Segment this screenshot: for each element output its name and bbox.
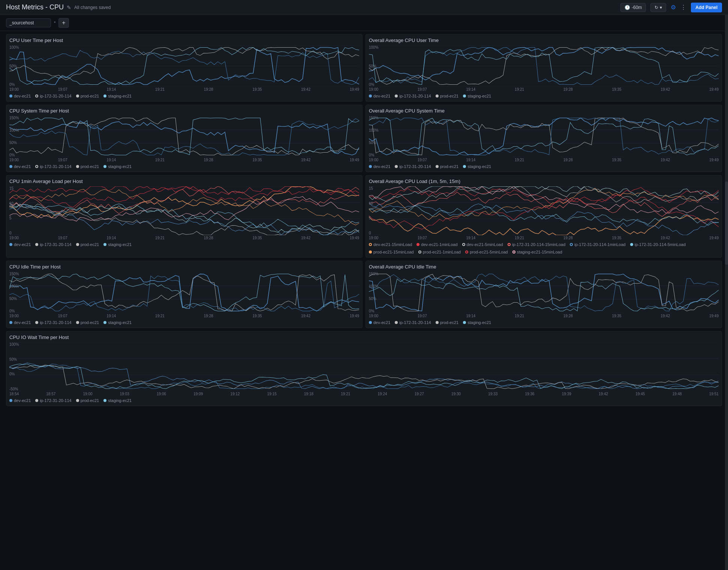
panel-title-cpu-system-time-per-host: CPU System Time per Host — [9, 108, 359, 114]
refresh-button[interactable]: ↻ ▾ — [650, 3, 666, 12]
panel-overall-avg-cpu-idle-time: Overall Average CPU Idle Time150%100%50%… — [365, 261, 722, 328]
add-panel-button[interactable]: Add Panel — [691, 3, 722, 12]
legend-item[interactable]: dev-ec21 — [369, 94, 390, 98]
legend-item[interactable]: dev-ec21 — [369, 164, 390, 169]
legend-cpu-system-time-per-host: dev-ec21ip-172-31-20-114prod-ec21staging… — [9, 164, 359, 169]
legend-item[interactable]: prod-ec21 — [76, 164, 99, 169]
page-title: Host Metrics - CPU — [6, 3, 64, 11]
x-label: 19:49 — [350, 314, 359, 318]
legend-item[interactable]: staging-ec21 — [103, 398, 132, 403]
legend-item[interactable]: staging-ec21 — [103, 164, 132, 169]
legend-item[interactable]: dev-ec21 — [9, 94, 31, 98]
legend-item[interactable]: staging-ec21 — [103, 320, 132, 325]
legend-item[interactable]: prod-ec21 — [76, 398, 99, 403]
legend-color-indicator — [369, 165, 372, 168]
chart-wrapper-cpu-1min-avg-load-per-host[interactable]: 151050 — [9, 186, 359, 235]
legend-item[interactable]: ip-172-31-20-114 — [35, 398, 71, 403]
source-host-filter[interactable] — [6, 18, 51, 27]
chart-wrapper-overall-avg-cpu-load[interactable]: 151050 — [369, 186, 719, 235]
legend-item[interactable]: prod-ec21 — [76, 320, 99, 325]
x-label: 19:42 — [301, 158, 310, 162]
legend-item[interactable]: ip-172-31-20-114-15minLoad — [508, 242, 565, 247]
panel-cpu-1min-avg-load-per-host: CPU 1min Average Load per Host15105019:0… — [6, 175, 363, 258]
legend-label: staging-ec21 — [108, 164, 132, 169]
legend-label: dev-ec21 — [373, 320, 390, 325]
legend-item[interactable]: dev-ec21 — [9, 398, 31, 403]
scrollbar-track[interactable] — [725, 15, 728, 570]
legend-item[interactable]: ip-172-31-20-114 — [395, 164, 431, 169]
x-label: 19:36 — [525, 392, 535, 396]
legend-label: dev-ec21-1minLoad — [421, 242, 457, 247]
legend-item[interactable]: prod-ec21-5minLoad — [465, 250, 508, 254]
chart-wrapper-overall-avg-cpu-system-time[interactable]: 150%100%50%0% — [369, 116, 719, 157]
filter-icon[interactable]: ⚙ — [671, 4, 676, 11]
edit-icon[interactable]: ✎ — [67, 4, 71, 10]
legend-item[interactable]: prod-ec21 — [76, 94, 99, 98]
legend-item[interactable]: staging-ec21 — [463, 164, 491, 169]
legend-label: staging-ec21 — [108, 94, 132, 98]
x-label: 19:42 — [661, 87, 670, 92]
legend-label: dev-ec21 — [14, 242, 31, 247]
legend-label: ip-172-31-20-114 — [40, 398, 71, 403]
x-label: 19:07 — [58, 314, 67, 318]
chart-wrapper-cpu-system-time-per-host[interactable]: 150%100%50%0% — [9, 116, 359, 157]
legend-item[interactable]: dev-ec21 — [9, 320, 31, 325]
legend-item[interactable]: dev-ec21-1minLoad — [416, 242, 457, 247]
legend-item[interactable]: dev-ec21 — [9, 242, 31, 247]
legend-label: prod-ec21 — [81, 320, 99, 325]
legend-item[interactable]: dev-ec21 — [369, 320, 390, 325]
legend-item[interactable]: prod-ec21-1minLoad — [418, 250, 461, 254]
x-label: 19:39 — [562, 392, 571, 396]
legend-label: ip-172-31-20-114 — [399, 320, 431, 325]
time-range-picker[interactable]: 🕐 -60m — [620, 3, 646, 12]
x-labels-cpu-system-time-per-host: 19:0019:0719:1419:2119:2819:3519:4219:49 — [9, 158, 359, 162]
legend-item[interactable]: ip-172-31-20-114-5minLoad — [630, 242, 686, 247]
x-label: 19:35 — [253, 87, 262, 92]
chart-wrapper-overall-avg-cpu-user-time[interactable]: 100%50%0% — [369, 45, 719, 87]
scrollbar-thumb[interactable] — [725, 182, 728, 265]
legend-item[interactable]: prod-ec21 — [436, 94, 459, 98]
x-label: 19:07 — [418, 158, 427, 162]
chart-wrapper-cpu-io-wait-time-per-host[interactable]: 100%50%0%-50% — [9, 342, 719, 391]
legend-item[interactable]: staging-ec21 — [103, 94, 132, 98]
legend-label: ip-172-31-20-114-15minLoad — [512, 242, 565, 247]
legend-item[interactable]: ip-172-31-20-114 — [35, 242, 71, 247]
add-filter-button[interactable]: + — [58, 18, 69, 28]
legend-color-indicator — [416, 243, 419, 246]
legend-item[interactable]: ip-172-31-20-114 — [35, 94, 71, 98]
x-labels-overall-avg-cpu-idle-time: 19:0019:0719:1419:2119:2819:3519:4219:49 — [369, 314, 719, 318]
legend-item[interactable]: prod-ec21 — [436, 164, 459, 169]
legend-item[interactable]: staging-ec21 — [463, 320, 491, 325]
legend-color-indicator — [35, 165, 38, 168]
legend-color-indicator — [369, 250, 372, 254]
panel-title-overall-avg-cpu-load: Overall Average CPU Load (1m, 5m, 15m) — [369, 178, 719, 184]
x-label: 19:00 — [369, 314, 378, 318]
chart-wrapper-cpu-user-time-per-host[interactable]: 100%50%0% — [9, 45, 359, 87]
x-label: 19:21 — [515, 158, 524, 162]
legend-item[interactable]: ip-172-31-20-114 — [395, 320, 431, 325]
chart-wrapper-cpu-idle-time-per-host[interactable]: 150%100%50%0% — [9, 272, 359, 313]
more-options-icon[interactable]: ⋮ — [680, 4, 686, 11]
legend-color-indicator — [76, 243, 79, 246]
panel-title-cpu-idle-time-per-host: CPU Idle Time per Host — [9, 264, 359, 270]
legend-color-indicator — [9, 399, 12, 402]
legend-item[interactable]: staging-ec21 — [103, 242, 132, 247]
legend-item[interactable]: staging-ec21-15minLoad — [512, 250, 562, 254]
legend-item[interactable]: ip-172-31-20-114 — [35, 320, 71, 325]
legend-item[interactable]: prod-ec21 — [76, 242, 99, 247]
legend-label: dev-ec21 — [373, 164, 390, 169]
legend-item[interactable]: dev-ec21 — [9, 164, 31, 169]
x-label: 19:45 — [635, 392, 645, 396]
legend-item[interactable]: ip-172-31-20-114-1minLoad — [570, 242, 625, 247]
legend-item[interactable]: ip-172-31-20-114 — [395, 94, 431, 98]
x-label: 19:14 — [466, 236, 475, 240]
legend-item[interactable]: dev-ec21-15minLoad — [369, 242, 412, 247]
legend-item[interactable]: staging-ec21 — [463, 94, 491, 98]
legend-item[interactable]: ip-172-31-20-114 — [35, 164, 71, 169]
legend-item[interactable]: prod-ec21-15minLoad — [369, 250, 414, 254]
x-label: 19:00 — [9, 87, 19, 92]
legend-item[interactable]: dev-ec21-5minLoad — [462, 242, 503, 247]
legend-item[interactable]: prod-ec21 — [436, 320, 459, 325]
x-label: 19:00 — [9, 158, 19, 162]
chart-wrapper-overall-avg-cpu-idle-time[interactable]: 150%100%50%0% — [369, 272, 719, 313]
